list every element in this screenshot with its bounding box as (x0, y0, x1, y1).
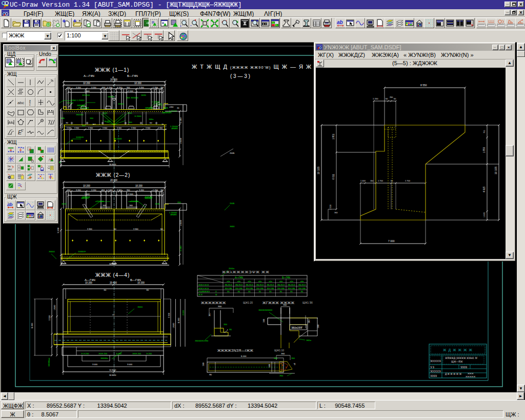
svg-text:900: 900 (102, 87, 105, 89)
svg-text:Э0: Э0 (66, 122, 68, 124)
svg-text:8 550: 8 550 (420, 84, 427, 87)
svg-text:я0я: я0я (269, 280, 272, 283)
svg-text:3 300: 3 300 (131, 127, 136, 129)
svg-text:Э0000: Э0000 (49, 250, 55, 253)
svg-text:3 300: 3 300 (67, 127, 71, 129)
svg-text:я20000Б: я20000Б (95, 200, 104, 203)
svg-text:ЩЖ1:Э0: ЩЖ1:Э0 (302, 301, 313, 304)
svg-text:яБ00Э: яБ00Э (108, 95, 114, 98)
svg-text:Я00: Я00 (218, 305, 222, 308)
svg-text:Э2000: Э2000 (118, 103, 125, 105)
svg-text:701: 701 (483, 130, 486, 133)
svg-text:Б0: Б0 (160, 228, 163, 230)
svg-text:3 300: 3 300 (158, 127, 163, 129)
svg-text:ЭЭЭ 200: ЭЭЭ 200 (132, 352, 142, 355)
svg-text:ЭЪЯΝЖЖЭ: ЭЪЯΝЖЖЭ (198, 290, 210, 293)
svg-text:( 3 — 3 ): ( 3 — 3 ) (230, 73, 250, 79)
svg-text:ЯЭ.1ЯБ: ЯЭ.1ЯБ (277, 288, 285, 290)
svg-text:Э000: Э000 (137, 306, 143, 308)
svg-text:3 300: 3 300 (103, 127, 107, 129)
svg-text:Э0000Э1ЭЭ0: Э0000Э1ЭЭ0 (195, 339, 209, 342)
svg-text:ЭЭЭ 200: ЭЭЭ 200 (98, 352, 108, 355)
svg-text:3 200: 3 200 (139, 87, 144, 89)
svg-text:Б0: Б0 (114, 228, 116, 230)
svg-text:2 200: 2 200 (179, 246, 182, 251)
svg-text:Ж Д Ж Ж Ж Ж: Ж Д Ж Ж Ж Ж (443, 348, 473, 352)
svg-text:300: 300 (67, 189, 70, 191)
svg-text:1 700: 1 700 (405, 179, 411, 182)
svg-text:ЯЭ.1ЯБ: ЯЭ.1ЯБ (225, 288, 232, 290)
svg-text:ЭОБ: ЭОБ (155, 203, 159, 205)
svg-text:abc: abc (18, 177, 21, 179)
svg-text:30 Б00: 30 Б00 (109, 163, 116, 166)
svg-text:Э Э: Э Э (430, 366, 434, 369)
svg-text:4 Б00: 4 Б00 (179, 219, 182, 226)
svg-text:10000Э: 10000Э (78, 250, 86, 253)
svg-text:ЯБ.Я1Э: ЯБ.Я1Э (277, 284, 285, 286)
svg-text:Э 200: Э 200 (57, 227, 59, 233)
svg-text:я0я: я0я (237, 280, 241, 283)
svg-text:Ψ: Ψ (215, 293, 217, 296)
svg-text:1Б0: 1Б0 (291, 357, 295, 359)
svg-text:ЯЭ.1ЯБ: ЯЭ.1ЯБ (235, 288, 243, 290)
svg-text:3 200: 3 200 (91, 87, 96, 89)
svg-text:900: 900 (127, 87, 130, 89)
svg-text:1 700: 1 700 (378, 179, 383, 182)
svg-text:Э00: Э00 (203, 363, 205, 366)
svg-text:Б 000: Б 000 (241, 355, 247, 357)
svg-text:ЖЖЭ ЭОЭ: ЖЖЭ ЭОЭ (198, 287, 209, 290)
svg-text:1 150: 1 150 (373, 97, 378, 100)
svg-text:ЖЖЖЖЗΝЗЯ—ŀЖЖ: ЖЖЖЖЗΝЗЯ—ŀЖЖ (217, 349, 253, 352)
svg-text:я0я: я0я (248, 280, 251, 283)
svg-text:2Б0: 2Б0 (390, 96, 393, 98)
svg-text:ЖЖЭ ЭОЭ: ЖЖЭ ЭОЭ (198, 284, 209, 286)
svg-text:ЭООООЭ: ЭООООЭ (430, 360, 441, 363)
svg-text:1 Б00: 1 Б00 (53, 305, 56, 310)
svg-text:1 200: 1 200 (107, 87, 112, 89)
svg-text:ЯБ.Я1Э: ЯБ.Я1Э (225, 284, 232, 286)
svg-text:10 105: 10 105 (494, 166, 497, 174)
svg-text:1 500: 1 500 (329, 204, 332, 210)
svg-text:ЖЖЖ: ЖЖЖ (468, 372, 474, 375)
svg-text:Э0000я: Э0000я (100, 357, 108, 359)
svg-text:Я1: Я1 (227, 291, 230, 293)
svg-text:Э00: Э00 (334, 212, 338, 214)
svg-text:1 20000: 1 20000 (169, 211, 177, 214)
svg-text:1 2 300: 1 2 300 (106, 189, 113, 191)
svg-text:3 000: 3 000 (127, 363, 133, 366)
svg-text:Э00: Э00 (103, 205, 106, 207)
svg-text:U: U (43, 58, 45, 62)
svg-text:я0: я0 (294, 363, 296, 365)
svg-text:E: E (18, 129, 22, 135)
svg-text:ЯБ.Я1Э: ЯБ.Я1Э (246, 284, 253, 286)
svg-text:3 300: 3 300 (133, 228, 138, 230)
svg-text:3 300: 3 300 (146, 127, 150, 129)
svg-text:300: 300 (67, 87, 70, 89)
svg-text:я0я: я0я (258, 280, 262, 283)
svg-text:Э00я: Э00я (149, 118, 154, 121)
svg-text:A—Г4Ν: A—Г4Ν (235, 276, 243, 279)
svg-text:10 200: 10 200 (135, 185, 143, 187)
svg-text:ЖЖЖ (4—4): ЖЖЖ (4—4) (95, 272, 130, 278)
svg-text:ЯБ.Я1Э: ЯБ.Я1Э (298, 284, 306, 286)
svg-text:ЯЭ.1ЯБ: ЯЭ.1ЯБ (246, 288, 253, 290)
svg-text:3 300: 3 300 (48, 315, 51, 321)
svg-text:1Б 1000: 1Б 1000 (114, 137, 122, 140)
svg-text:ЯБ.Я1Э: ЯБ.Я1Э (256, 284, 264, 286)
svg-text:я20000Б: я20000Б (130, 200, 138, 203)
svg-text:3 200: 3 200 (139, 189, 144, 191)
svg-text:300: 300 (160, 87, 164, 89)
svg-text:Э0000Э40000: Э0000Э40000 (258, 309, 273, 311)
svg-text:3 300: 3 300 (168, 312, 170, 318)
svg-text:ЖЖЖЖЖ: ЖЖЖЖЖ (466, 375, 475, 378)
svg-text:я1: я1 (112, 313, 115, 316)
svg-text:3 300: 3 300 (117, 127, 122, 129)
svg-text:3 200: 3 200 (117, 87, 122, 89)
svg-text:ЭОЭ: ЭОЭ (62, 203, 66, 205)
svg-text:ЭЭЭЭ: ЭЭЭЭ (460, 366, 468, 369)
svg-text:Я1: Я1 (238, 291, 240, 293)
svg-text:200Б: 200Б (230, 152, 235, 154)
svg-text:Б 000: Б 000 (177, 317, 180, 323)
svg-text:1 Б00: 1 Б00 (172, 323, 175, 328)
svg-text:ЖЯЖЖД (ЖЖЖЖ ЖЖя0. М: ЖЯЖЖД (ЖЖЖЖ ЖЖя0. М (445, 357, 477, 359)
